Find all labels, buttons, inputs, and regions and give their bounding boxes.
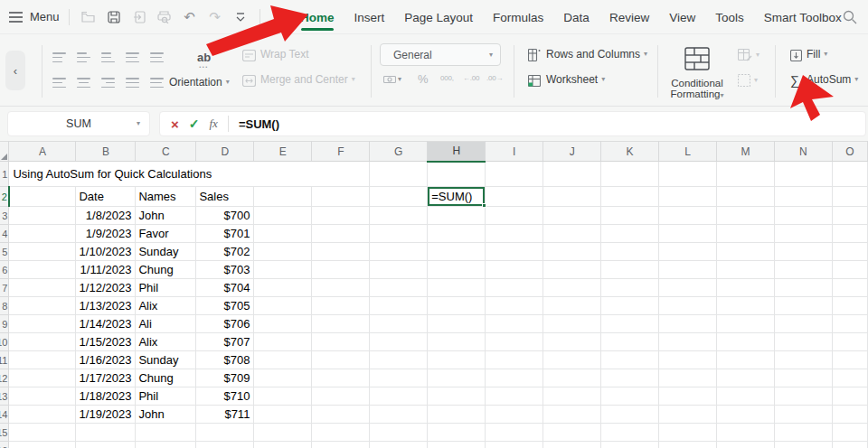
open-folder-icon[interactable] — [79, 7, 99, 27]
cell-A14[interactable] — [9, 406, 76, 424]
cell-A3[interactable] — [9, 207, 76, 225]
increase-indent-icon[interactable] — [150, 52, 164, 62]
cell-G6[interactable] — [370, 261, 428, 279]
date-cell-B5[interactable]: 1/10/2023 — [76, 243, 136, 261]
date-cell-B3[interactable]: 1/8/2023 — [76, 207, 136, 225]
cell-F5[interactable] — [312, 243, 370, 261]
row-header-7[interactable]: 7 — [0, 279, 9, 297]
cell-F6[interactable] — [312, 261, 370, 279]
column-header-K[interactable]: K — [601, 142, 659, 162]
cell-C16[interactable] — [136, 442, 196, 448]
name-cell-C8[interactable]: Alix — [136, 297, 196, 315]
column-header-B[interactable]: B — [76, 142, 136, 162]
align-top-icon[interactable] — [52, 52, 66, 62]
header-cell-C2[interactable]: Names — [136, 187, 196, 207]
insert-function-icon[interactable]: fx — [210, 117, 218, 131]
cell-O4[interactable] — [832, 225, 867, 243]
sales-cell-D11[interactable]: $708 — [196, 351, 254, 369]
cell-J8[interactable] — [543, 297, 601, 315]
cell-E8[interactable] — [254, 297, 312, 315]
cell-E4[interactable] — [254, 225, 312, 243]
row-header-15[interactable]: 15 — [0, 424, 9, 442]
cell-I1[interactable] — [486, 162, 543, 187]
row-header-14[interactable]: 14 — [0, 406, 9, 424]
cell-K8[interactable] — [601, 297, 659, 315]
tab-data[interactable]: Data — [563, 0, 590, 34]
cell-F11[interactable] — [312, 351, 370, 369]
cell-A2[interactable] — [9, 187, 76, 207]
cell-G13[interactable] — [370, 387, 428, 406]
cell-G9[interactable] — [370, 315, 428, 333]
cell-J3[interactable] — [543, 207, 601, 225]
cell-G11[interactable] — [370, 351, 428, 369]
print-preview-icon[interactable] — [155, 7, 175, 27]
cell-F2[interactable] — [312, 187, 370, 207]
name-cell-C7[interactable]: Phil — [136, 279, 196, 297]
cell-M5[interactable] — [717, 243, 775, 261]
cell-M6[interactable] — [717, 261, 775, 279]
cell-F7[interactable] — [312, 279, 370, 297]
cell-L7[interactable] — [659, 279, 717, 297]
cell-F13[interactable] — [312, 387, 370, 406]
cell-M11[interactable] — [717, 351, 775, 369]
column-header-C[interactable]: C — [136, 142, 196, 162]
cell-M9[interactable] — [717, 315, 775, 333]
cell-A10[interactable] — [9, 333, 76, 351]
orientation-button[interactable]: Orientation▾ — [169, 76, 230, 89]
cell-H12[interactable] — [428, 369, 486, 387]
cell-A7[interactable] — [9, 279, 76, 297]
cell-N4[interactable] — [774, 225, 832, 243]
cell-O2[interactable] — [832, 187, 867, 207]
row-header-11[interactable]: 11 — [0, 351, 9, 369]
cell-J16[interactable] — [543, 442, 601, 448]
cell-L3[interactable] — [659, 207, 717, 225]
autosum-button[interactable]: AutoSum▾ — [807, 73, 858, 86]
selected-cell-H2[interactable]: =SUM() — [428, 187, 486, 207]
row-header-3[interactable]: 3 — [0, 207, 9, 225]
sales-cell-D5[interactable]: $702 — [196, 243, 254, 261]
sales-cell-D14[interactable]: $711 — [196, 406, 254, 424]
cell-F3[interactable] — [312, 207, 370, 225]
cell-F8[interactable] — [312, 297, 370, 315]
sales-cell-D7[interactable]: $704 — [196, 279, 254, 297]
column-header-E[interactable]: E — [254, 142, 312, 162]
cell-M7[interactable] — [717, 279, 775, 297]
formula-input[interactable]: × ✓ fx =SUM() — [159, 111, 866, 136]
row-header-2[interactable]: 2 — [0, 187, 9, 207]
cell-I6[interactable] — [486, 261, 543, 279]
sales-cell-D3[interactable]: $700 — [196, 207, 254, 225]
conditional-formatting-button[interactable]: Conditional Formatting▾ — [661, 78, 733, 99]
search-icon[interactable] — [843, 10, 857, 28]
cell-K11[interactable] — [601, 351, 659, 369]
cell-A5[interactable] — [9, 243, 76, 261]
cell-N15[interactable] — [774, 424, 832, 442]
cell-O15[interactable] — [832, 424, 867, 442]
fill-handle[interactable] — [482, 203, 486, 208]
sales-cell-D12[interactable]: $709 — [196, 369, 254, 387]
cell-J12[interactable] — [543, 369, 601, 387]
cell-G14[interactable] — [370, 406, 428, 424]
cell-H7[interactable] — [428, 279, 486, 297]
cell-I13[interactable] — [486, 387, 543, 406]
sales-cell-D6[interactable]: $703 — [196, 261, 254, 279]
row-header-6[interactable]: 6 — [0, 261, 9, 279]
cell-E7[interactable] — [254, 279, 312, 297]
cell-K4[interactable] — [601, 225, 659, 243]
cell-A16[interactable] — [9, 442, 76, 448]
cell-L6[interactable] — [659, 261, 717, 279]
cell-K7[interactable] — [601, 279, 659, 297]
cell-J4[interactable] — [543, 225, 601, 243]
cell-B15[interactable] — [76, 424, 136, 442]
select-all-corner[interactable] — [0, 142, 9, 162]
cell-K15[interactable] — [601, 424, 659, 442]
cell-G8[interactable] — [370, 297, 428, 315]
tab-tools[interactable]: Tools — [715, 0, 744, 34]
cell-A8[interactable] — [9, 297, 76, 315]
column-header-M[interactable]: M — [717, 142, 775, 162]
cell-L15[interactable] — [659, 424, 717, 442]
cell-O1[interactable] — [832, 162, 867, 187]
tab-insert[interactable]: Insert — [354, 0, 385, 34]
tab-home[interactable]: Home — [300, 0, 335, 34]
export-icon[interactable] — [129, 7, 149, 27]
cell-K10[interactable] — [601, 333, 659, 351]
